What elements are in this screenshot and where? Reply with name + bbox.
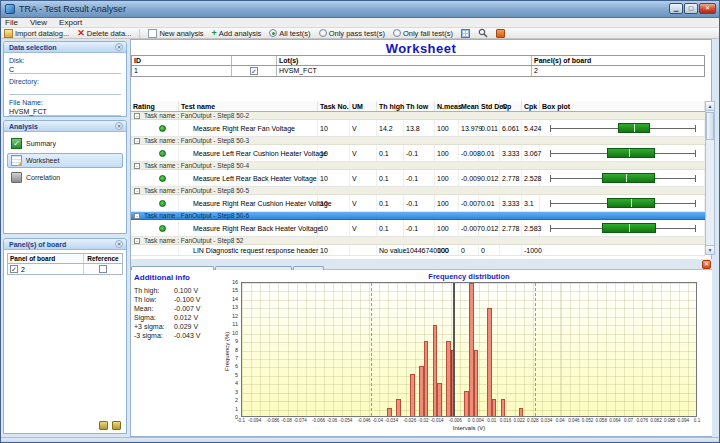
data-selection-close-icon[interactable]: ✕ [115,43,123,51]
table-row[interactable]: Measure Right Rear Back Heater Voltage10… [131,220,705,237]
x-tick-label: 0.094 [678,418,690,423]
radio-only-fail-test-s[interactable]: Only fail test(s) [393,29,453,38]
sidebar-item-correlation[interactable]: Correlation [7,170,123,185]
info-label: Mean: [134,304,174,313]
menu-item-export[interactable]: Export [59,18,82,27]
x-tick-label: -0.1 [237,418,245,423]
menu-item-view[interactable]: View [30,18,47,27]
boxplot-cell [540,145,705,161]
panels-of-board-header: Panel(s) of board ✕ [4,239,126,250]
column-header[interactable]: UM [350,101,377,111]
column-header[interactable]: Th low [404,101,435,111]
column-header[interactable]: Std Dev [479,101,500,111]
close-button[interactable]: ✕ [699,3,716,14]
rating-cell [131,145,179,161]
table-row[interactable]: Measure Left Rear Cushion Heater Voltage… [131,145,705,162]
check-all-icon[interactable] [99,421,108,430]
table-row[interactable]: Measure Right Rear Fan Voltage10V14.213.… [131,120,705,137]
scroll-up-arrow[interactable]: ▲ [706,102,714,111]
table-row[interactable]: LIN Diagnostic request response header10… [131,245,705,256]
scroll-down-arrow[interactable]: ▼ [706,245,714,254]
panel-checkbox[interactable] [10,265,18,273]
import-datalog-button[interactable]: Import datalog... [4,29,69,38]
report-icon[interactable] [496,29,505,38]
x-tick-label: -0.066 [312,418,325,423]
y-tick-label: 2 [235,397,238,403]
menu-item-file[interactable]: File [5,18,18,27]
lot-checkbox[interactable] [250,67,258,75]
group-row[interactable]: Task name : FanOutput - Step8 50-6 [131,212,705,220]
add-analysis-button[interactable]: + Add analysis [212,29,262,38]
table-row[interactable]: Measure Right Rear Cushion Heater Voltag… [131,195,705,212]
column-header[interactable]: Box plot [540,101,705,111]
column-header[interactable]: Mean [459,101,479,111]
panel-board-row[interactable]: 2 [8,264,122,274]
column-header[interactable]: Cp [500,101,522,111]
column-header[interactable]: N.meas [435,101,459,111]
cell: 0.1 [377,145,404,161]
group-row-label: Task name : FanOutput - Step8 50-4 [144,162,249,170]
reference-checkbox[interactable] [99,265,107,273]
group-row[interactable]: Task name : FanOutput - Step8 52 [131,237,705,245]
radio-only-pass-test-s[interactable]: Only pass test(s) [319,29,385,38]
sigma-line [535,283,536,416]
expander-icon[interactable] [134,138,140,144]
minimize-button[interactable]: ▁ [669,3,683,14]
column-header[interactable]: Th high [377,101,404,111]
group-row-label: Task name : FanOutput - Step8 50-3 [144,137,249,145]
cell: -0.1 [404,170,435,186]
maximize-button[interactable]: ▢ [684,3,698,14]
file-name-value[interactable]: HVSM_FCT [9,107,121,116]
expander-icon[interactable] [134,113,140,119]
scroll-thumb[interactable] [706,112,714,140]
x-tick-label: 0 [468,418,471,423]
sidebar-item-worksheet[interactable]: Worksheet [7,153,123,168]
sidebar-item-summary[interactable]: Summary [7,136,123,151]
boxplot-cell [540,220,705,236]
cell: Measure Right Rear Back Heater Voltage [179,220,318,236]
cell: 10 [318,145,350,161]
column-header[interactable]: Cpk [522,101,540,111]
bottom-tab-strip: Frequency distributionMeasure distributi… [131,259,712,270]
x-tick-label: 0.064 [609,418,621,423]
histogram-bar [492,399,497,416]
title-bar[interactable]: TRA - Test Result Analyser ▁ ▢ ✕ [1,1,720,18]
table-row[interactable]: Measure Left Rear Back Heater Voltage10V… [131,170,705,187]
group-row[interactable]: Task name : FanOutput - Step8 50-4 [131,162,705,170]
expander-icon[interactable] [134,213,140,219]
expander-icon[interactable] [134,163,140,169]
radio-all-test-s[interactable]: All test(s) [269,29,310,38]
column-header[interactable]: Rating [131,101,179,111]
disk-value[interactable]: C [9,65,121,74]
column-header[interactable]: Task No. [318,101,350,111]
group-row[interactable]: Task name : FanOutput - Step8 50-3 [131,137,705,145]
directory-value[interactable] [9,86,121,95]
cell: V [350,220,377,236]
group-row[interactable]: Task name : FanOutput - Step8 50-2 [131,112,705,120]
delete-data-button[interactable]: ✕ Delete data... [77,29,131,38]
magnifier-icon[interactable] [478,28,488,38]
histogram-bar [396,399,401,416]
median-line [626,174,627,182]
new-analysis-button[interactable]: New analysis [148,29,203,38]
results-scrollbar[interactable]: ▲ ▼ [705,101,715,255]
column-header[interactable]: Test name [179,101,318,111]
x-tick-label: -0.006 [449,418,462,423]
table-view-icon[interactable] [461,29,470,38]
cell: 0 [459,245,479,255]
cell: 10 [318,120,350,136]
close-chart-panel-icon[interactable]: ✕ [702,260,711,269]
analysis-close-icon[interactable]: ✕ [115,122,123,130]
uncheck-all-icon[interactable] [112,421,121,430]
group-row[interactable]: Task name : FanOutput - Step8 50-5 [131,187,705,195]
panel-of-board-column-header: Panel of board [8,254,84,263]
expander-icon[interactable] [134,238,140,244]
expander-icon[interactable] [134,188,140,194]
panels-of-board-panel: Panel(s) of board ✕ Panel of board Refer… [3,238,127,434]
info-value: -0.043 V [174,331,200,340]
panels-of-board-close-icon[interactable]: ✕ [115,240,123,248]
x-tick-label: 0.01 [487,418,496,423]
x-tick-label: -0.046 [358,418,371,423]
results-header: RatingTest nameTask No.UMTh highTh lowN.… [131,101,705,112]
lot-table-row[interactable]: 1 HVSM_FCT 2 [132,66,704,76]
